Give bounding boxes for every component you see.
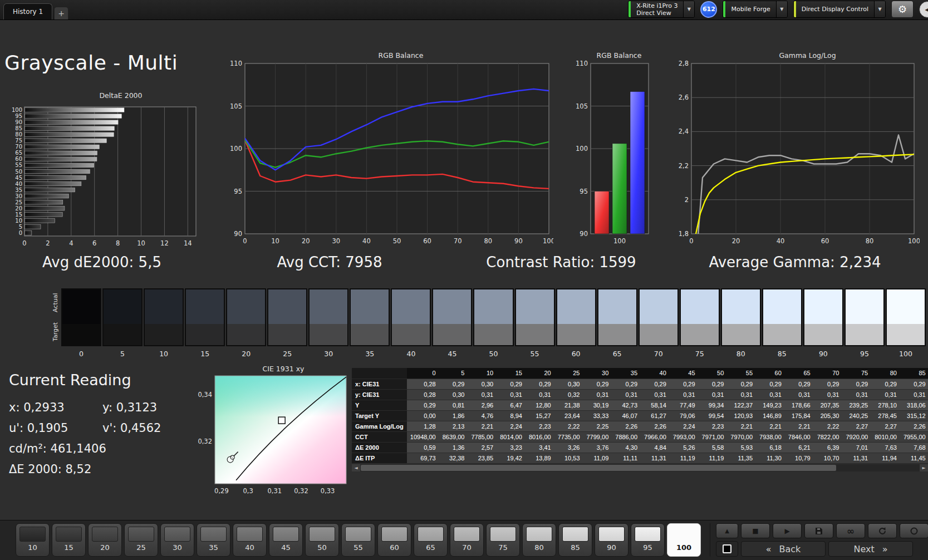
swatch-patch bbox=[267, 288, 307, 346]
table-cell: 30,19 bbox=[583, 400, 612, 410]
table-cell: 3,76 bbox=[583, 442, 612, 453]
table-cell: 0,29 bbox=[785, 379, 814, 389]
swatch-patch bbox=[473, 288, 513, 346]
level-button-20[interactable]: 20 bbox=[88, 523, 122, 557]
swatch-patch bbox=[308, 288, 348, 346]
scrollbar-track[interactable] bbox=[360, 464, 920, 471]
svg-text:70: 70 bbox=[454, 237, 462, 245]
column-header-50: 50 bbox=[699, 368, 728, 379]
table-cell: 3,23 bbox=[497, 442, 526, 453]
table-cell: 0,31 bbox=[727, 389, 756, 400]
swatch-level-label: 0 bbox=[61, 346, 101, 358]
table-cell: 7920,00 bbox=[842, 431, 871, 442]
grayscale-swatch-50: 50 bbox=[473, 288, 513, 358]
table-cell: 11,31 bbox=[842, 453, 871, 463]
level-button-100[interactable]: 100 bbox=[667, 523, 701, 557]
swatch-level-label: 40 bbox=[391, 346, 431, 358]
level-button-50[interactable]: 50 bbox=[305, 523, 339, 557]
collapse-panel-button[interactable]: ◀ bbox=[919, 1, 928, 18]
pattern-source-dropdown[interactable]: Mobile Forge ▼ bbox=[723, 1, 787, 18]
pattern-window-button[interactable] bbox=[716, 541, 738, 557]
chevron-down-icon[interactable]: ▼ bbox=[874, 1, 885, 17]
table-horizontal-scrollbar[interactable]: ◄ ► bbox=[352, 464, 928, 471]
level-button-25[interactable]: 25 bbox=[124, 523, 158, 557]
grayscale-swatch-90: 90 bbox=[803, 288, 843, 358]
swatch-actual-color bbox=[763, 289, 801, 324]
svg-text:100: 100 bbox=[908, 237, 920, 245]
next-chevrons-icon: » bbox=[882, 544, 888, 554]
svg-text:2,2: 2,2 bbox=[679, 162, 689, 170]
level-label: 45 bbox=[281, 543, 291, 552]
cie-chart-title: CIE 1931 xy bbox=[189, 365, 352, 374]
level-button-70[interactable]: 70 bbox=[450, 523, 484, 557]
level-button-60[interactable]: 60 bbox=[377, 523, 411, 557]
level-button-10[interactable]: 10 bbox=[16, 523, 50, 557]
row-label: Gamma Log/Log bbox=[352, 421, 407, 431]
table-cell: 8639,00 bbox=[439, 431, 468, 442]
stop-button[interactable]: ■ bbox=[741, 523, 770, 538]
level-button-90[interactable]: 90 bbox=[595, 523, 629, 557]
swatch-patch bbox=[185, 288, 225, 346]
swatch-level-label: 70 bbox=[639, 346, 679, 358]
bottom-row: Current Reading x: 0,2933 y: 0,3123 u': … bbox=[0, 363, 928, 498]
chevron-down-icon[interactable]: ▼ bbox=[776, 1, 787, 17]
svg-text:10: 10 bbox=[137, 239, 145, 247]
column-header-15: 15 bbox=[497, 368, 526, 379]
swatch-level-label: 15 bbox=[185, 346, 225, 358]
level-button-15[interactable]: 15 bbox=[52, 523, 86, 557]
level-button-75[interactable]: 75 bbox=[486, 523, 520, 557]
column-header-35: 35 bbox=[612, 368, 641, 379]
level-button-30[interactable]: 30 bbox=[160, 523, 194, 557]
chevron-down-icon[interactable]: ▼ bbox=[683, 1, 694, 17]
refresh-button[interactable] bbox=[868, 523, 897, 538]
svg-text:60: 60 bbox=[15, 156, 22, 162]
next-button[interactable]: Next » bbox=[828, 541, 913, 557]
svg-text:90: 90 bbox=[514, 237, 523, 245]
table-cell: 23,64 bbox=[554, 410, 583, 421]
page-title: Grayscale - Multi bbox=[4, 51, 219, 79]
save-button[interactable] bbox=[804, 523, 833, 538]
display-control-dropdown[interactable]: Direct Display Control ▼ bbox=[793, 1, 886, 18]
swatch-target-color bbox=[310, 324, 347, 345]
level-button-80[interactable]: 80 bbox=[522, 523, 556, 557]
swatch-patch bbox=[226, 288, 266, 346]
scroll-left-icon[interactable]: ◄ bbox=[352, 464, 360, 471]
svg-text:80: 80 bbox=[15, 131, 22, 137]
level-button-40[interactable]: 40 bbox=[233, 523, 267, 557]
table-cell: 19,42 bbox=[497, 453, 526, 463]
level-button-55[interactable]: 55 bbox=[341, 523, 375, 557]
play-button[interactable]: ▶ bbox=[773, 523, 802, 538]
level-button-65[interactable]: 65 bbox=[414, 523, 448, 557]
scroll-up-button[interactable]: ▲ bbox=[716, 523, 738, 538]
table-cell: 2,13 bbox=[439, 421, 468, 431]
table-cell: 2,27 bbox=[871, 421, 900, 431]
table-cell: 0,28 bbox=[407, 389, 439, 400]
swatch-target-color bbox=[804, 324, 842, 345]
table-cell: 205,30 bbox=[814, 410, 843, 421]
tab-history-1[interactable]: History 1 bbox=[3, 3, 52, 19]
add-tab-button[interactable]: + bbox=[54, 7, 68, 19]
back-button[interactable]: « Back bbox=[741, 541, 826, 557]
level-label: 95 bbox=[643, 543, 652, 552]
table-cell: 7785,00 bbox=[468, 431, 497, 442]
meter-dropdown[interactable]: X-Rite i1Pro 3 Direct View ▼ bbox=[628, 1, 695, 18]
scrollbar-thumb[interactable] bbox=[361, 465, 836, 471]
ramp-axis-labels: Actual Target bbox=[49, 288, 61, 346]
grayscale-swatch-75: 75 bbox=[680, 288, 720, 358]
reading-delta-e: ΔE 2000: 8,52 bbox=[9, 463, 189, 476]
level-button-95[interactable]: 95 bbox=[631, 523, 665, 557]
scroll-right-icon[interactable]: ► bbox=[920, 464, 928, 471]
level-label: 85 bbox=[571, 543, 580, 552]
table-cell: 21,38 bbox=[554, 400, 583, 410]
svg-text:55: 55 bbox=[15, 162, 22, 168]
level-button-45[interactable]: 45 bbox=[269, 523, 303, 557]
loop-button[interactable] bbox=[900, 523, 928, 538]
level-button-35[interactable]: 35 bbox=[197, 523, 230, 557]
swatch-target-color bbox=[640, 324, 677, 345]
swatch-patch bbox=[350, 288, 390, 346]
level-button-85[interactable]: 85 bbox=[558, 523, 592, 557]
continuous-measure-button[interactable]: ∞ bbox=[836, 523, 865, 538]
table-cell: 11,94 bbox=[871, 453, 900, 463]
settings-button[interactable]: ⚙ bbox=[891, 1, 914, 18]
deltae-chart: 0510152025303540455055606570758085909510… bbox=[4, 100, 200, 249]
